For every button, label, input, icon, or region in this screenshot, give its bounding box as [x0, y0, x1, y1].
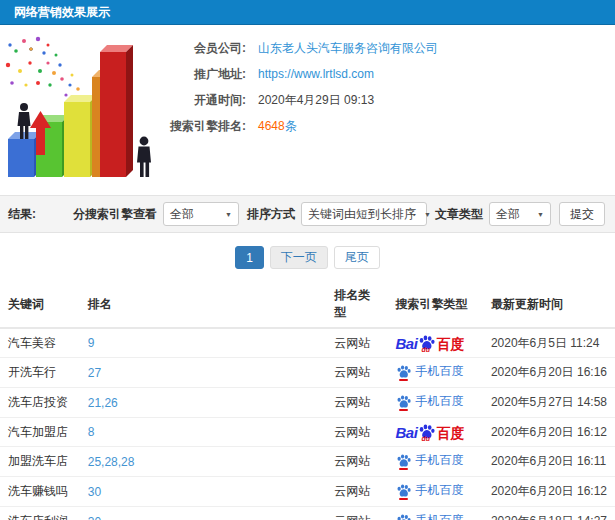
ranking-count-number: 4648: [258, 119, 285, 133]
promo-url-link[interactable]: https://www.lrtlsd.com: [258, 67, 374, 81]
rank-type-cell: 云网站: [326, 418, 387, 447]
engine-filter-value: 全部: [170, 206, 194, 223]
results-table: 关键词 排名 排名类型 搜索引擎类型 最新更新时间 汽车美容9云网站Baidu百…: [0, 281, 615, 520]
keyword-cell: 开洗车行: [0, 358, 80, 388]
rank-type-cell: 云网站: [326, 507, 387, 520]
baidu-mobile-logo: 手机百度: [396, 512, 464, 520]
article-type-select[interactable]: 全部 ▼: [489, 202, 551, 226]
col-rank: 排名: [80, 281, 326, 328]
baidu-pc-logo: Baidu百度: [396, 423, 465, 440]
baidu-mobile-logo: 手机百度: [396, 363, 464, 380]
sort-value: 关键词由短到长排序: [308, 206, 416, 223]
keyword-cell: 洗车店利润: [0, 507, 80, 520]
update-time-cell: 2020年5月27日 14:58: [483, 388, 615, 418]
col-rank-type: 排名类型: [326, 281, 387, 328]
table-body: 汽车美容9云网站Baidu百度2020年6月5日 11:24开洗车行27云网站手…: [0, 328, 615, 520]
update-time-cell: 2020年6月20日 16:12: [483, 418, 615, 447]
table-header-row: 关键词 排名 排名类型 搜索引擎类型 最新更新时间: [0, 281, 615, 328]
confetti-dots: [6, 37, 86, 99]
keyword-cell: 洗车店投资: [0, 388, 80, 418]
table-row: 汽车加盟店8云网站Baidu百度2020年6月20日 16:12: [0, 418, 615, 447]
rank-cell: 30: [80, 477, 326, 507]
ranking-count-label: 搜索引擎排名:: [158, 118, 246, 135]
baidu-paw-icon: [396, 394, 411, 409]
chevron-down-icon: ▼: [225, 211, 232, 218]
baidu-paw-icon: [396, 513, 411, 520]
ranking-count-value: 4648条: [258, 118, 297, 135]
rank-type-cell: 云网站: [326, 477, 387, 507]
baidu-mobile-logo: 手机百度: [396, 482, 464, 499]
rank-type-cell: 云网站: [326, 388, 387, 418]
baidu-paw-icon: [396, 483, 411, 498]
engine-filter-label: 分搜索引擎查看: [73, 206, 157, 223]
baidu-pc-logo: Baidu百度: [396, 334, 465, 351]
rank-cell: 21,26: [80, 388, 326, 418]
chevron-down-icon: ▼: [537, 211, 544, 218]
info-row-open-time: 开通时间: 2020年4月29日 09:13: [158, 87, 438, 113]
page-title: 网络营销效果展示: [14, 4, 110, 21]
last-page-button[interactable]: 尾页: [334, 246, 380, 269]
open-time-label: 开通时间:: [158, 92, 246, 109]
baidu-paw-icon: [396, 453, 411, 468]
info-section: 会员公司: 山东老人头汽车服务咨询有限公司 推广地址: https://www.…: [0, 25, 615, 195]
rank-cell: 27: [80, 358, 326, 388]
table-row: 开洗车行27云网站手机百度2020年6月20日 16:16: [0, 358, 615, 388]
submit-button[interactable]: 提交: [559, 202, 605, 226]
sort-select[interactable]: 关键词由短到长排序 ▼: [301, 202, 427, 226]
table-row: 汽车美容9云网站Baidu百度2020年6月5日 11:24: [0, 328, 615, 358]
engine-cell: 手机百度: [388, 507, 483, 520]
sort-label: 排序方式: [247, 206, 295, 223]
figure-right: [137, 137, 151, 177]
table-row: 洗车赚钱吗30云网站手机百度2020年6月20日 16:12: [0, 477, 615, 507]
engine-filter-select[interactable]: 全部 ▼: [163, 202, 239, 226]
update-time-cell: 2020年6月20日 16:16: [483, 358, 615, 388]
open-time-value: 2020年4月29日 09:13: [258, 92, 374, 109]
rank-type-cell: 云网站: [326, 328, 387, 358]
col-keyword: 关键词: [0, 281, 80, 328]
next-page-button[interactable]: 下一页: [270, 246, 328, 269]
keyword-cell: 汽车美容: [0, 328, 80, 358]
result-label: 结果:: [8, 206, 36, 223]
bars: [8, 45, 133, 177]
chevron-down-icon: ▼: [424, 211, 431, 218]
rank-cell: 30: [80, 507, 326, 520]
rank-type-cell: 云网站: [326, 358, 387, 388]
col-engine-type: 搜索引擎类型: [388, 281, 483, 328]
col-update-time: 最新更新时间: [483, 281, 615, 328]
company-label: 会员公司:: [158, 40, 246, 57]
filter-bar: 结果: 分搜索引擎查看 全部 ▼ 排序方式 关键词由短到长排序 ▼ 文章类型 全…: [0, 195, 615, 233]
keyword-cell: 汽车加盟店: [0, 418, 80, 447]
titlebar: 网络营销效果展示: [0, 0, 615, 25]
engine-cell: 手机百度: [388, 388, 483, 418]
table-row: 洗车店利润30云网站手机百度2020年6月18日 14:27: [0, 507, 615, 520]
table-row: 洗车店投资21,26云网站手机百度2020年5月27日 14:58: [0, 388, 615, 418]
engine-cell: 手机百度: [388, 477, 483, 507]
info-row-url: 推广地址: https://www.lrtlsd.com: [158, 61, 438, 87]
engine-cell: 手机百度: [388, 358, 483, 388]
engine-cell: 手机百度: [388, 447, 483, 477]
page-1-button[interactable]: 1: [235, 246, 264, 269]
article-type-value: 全部: [496, 206, 520, 223]
article-type-label: 文章类型: [435, 206, 483, 223]
promo-url-label: 推广地址:: [158, 66, 246, 83]
update-time-cell: 2020年6月20日 16:12: [483, 477, 615, 507]
update-time-cell: 2020年6月20日 16:11: [483, 447, 615, 477]
rank-type-cell: 云网站: [326, 447, 387, 477]
engine-cell: Baidu百度: [388, 328, 483, 358]
info-row-ranking-count: 搜索引擎排名: 4648条: [158, 113, 438, 139]
update-time-cell: 2020年6月18日 14:27: [483, 507, 615, 520]
baidu-mobile-logo: 手机百度: [396, 452, 464, 469]
baidu-mobile-logo: 手机百度: [396, 393, 464, 410]
update-time-cell: 2020年6月5日 11:24: [483, 328, 615, 358]
rank-cell: 25,28,28: [80, 447, 326, 477]
ranking-count-suffix: 条: [285, 119, 297, 133]
engine-cell: Baidu百度: [388, 418, 483, 447]
pagination: 1 下一页 尾页: [0, 246, 615, 269]
rank-cell: 8: [80, 418, 326, 447]
baidu-paw-icon: [396, 364, 411, 379]
bar-chart-illustration: [0, 27, 160, 187]
member-info: 会员公司: 山东老人头汽车服务咨询有限公司 推广地址: https://www.…: [158, 35, 438, 139]
keyword-cell: 加盟洗车店: [0, 447, 80, 477]
company-value-link[interactable]: 山东老人头汽车服务咨询有限公司: [258, 40, 438, 57]
keyword-cell: 洗车赚钱吗: [0, 477, 80, 507]
